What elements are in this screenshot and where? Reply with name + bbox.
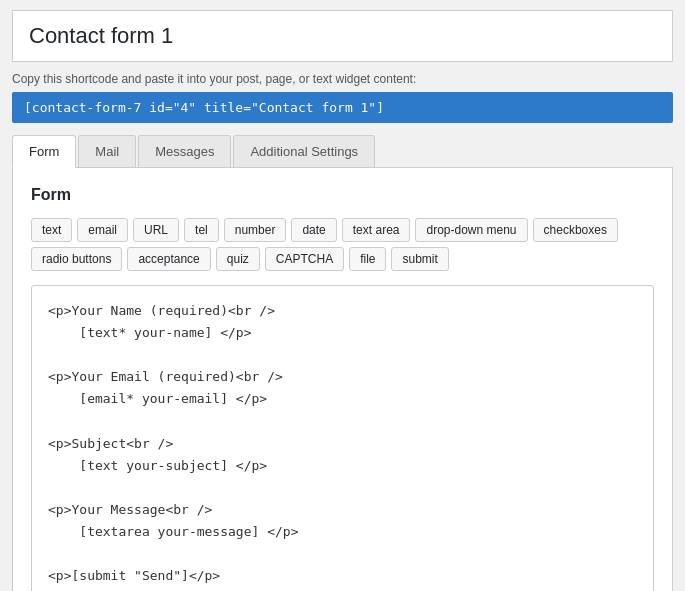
tag-btn-captcha[interactable]: CAPTCHA [265, 247, 344, 271]
tag-btn-tel[interactable]: tel [184, 218, 219, 242]
tag-btn-submit[interactable]: submit [391, 247, 448, 271]
tag-btn-email[interactable]: email [77, 218, 128, 242]
tab-messages[interactable]: Messages [138, 135, 231, 167]
tab-form[interactable]: Form [12, 135, 76, 168]
tag-btn-text[interactable]: text [31, 218, 72, 242]
tag-btn-radio[interactable]: radio buttons [31, 247, 122, 271]
tag-btn-file[interactable]: file [349, 247, 386, 271]
shortcode-instruction: Copy this shortcode and paste it into yo… [12, 72, 673, 86]
tag-btn-textarea[interactable]: text area [342, 218, 411, 242]
form-section-heading: Form [31, 186, 654, 204]
tab-additional-settings[interactable]: Additional Settings [233, 135, 375, 167]
tag-btn-checkboxes[interactable]: checkboxes [533, 218, 618, 242]
tag-btn-acceptance[interactable]: acceptance [127, 247, 210, 271]
form-code-editor[interactable]: <p>Your Name (required)<br /> [text* you… [31, 285, 654, 591]
tab-mail[interactable]: Mail [78, 135, 136, 167]
page-wrapper: Contact form 1 Copy this shortcode and p… [0, 0, 685, 591]
tag-btn-date[interactable]: date [291, 218, 336, 242]
title-box: Contact form 1 [12, 10, 673, 62]
tag-btn-number[interactable]: number [224, 218, 287, 242]
shortcode-block[interactable]: [contact-form-7 id="4" title="Contact fo… [12, 92, 673, 123]
tabs-bar: Form Mail Messages Additional Settings [12, 135, 673, 168]
tag-btn-url[interactable]: URL [133, 218, 179, 242]
tag-buttons-container: text email URL tel number date text area… [31, 218, 654, 271]
form-panel: Form text email URL tel number date text… [12, 168, 673, 591]
page-title: Contact form 1 [29, 23, 656, 49]
tag-btn-quiz[interactable]: quiz [216, 247, 260, 271]
tag-btn-dropdown[interactable]: drop-down menu [415, 218, 527, 242]
